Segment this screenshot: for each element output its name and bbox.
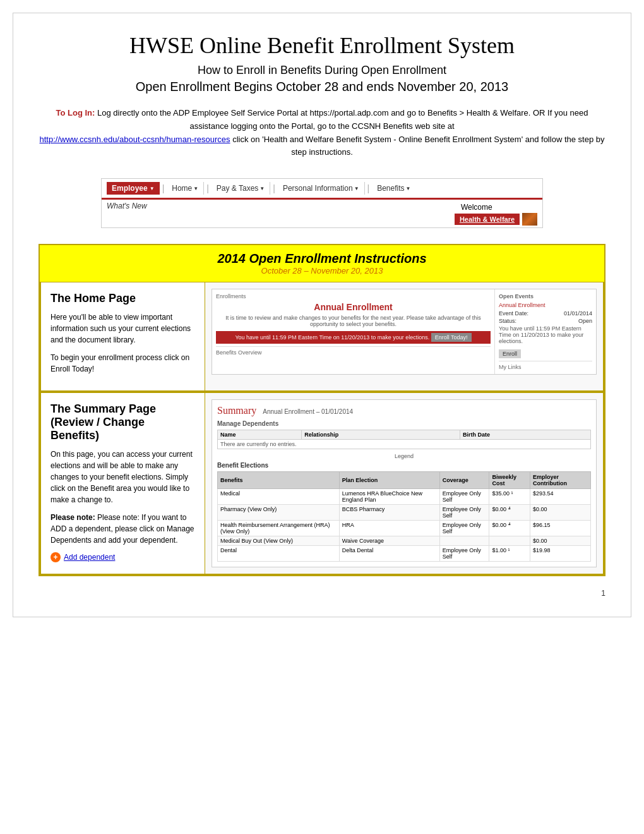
table-row: There are currently no entries. (218, 440, 591, 449)
employee-dropdown[interactable]: Employee (107, 182, 160, 195)
employer-col-header: Employer Contribution (530, 472, 591, 489)
benefit-coverage: Employee Only Self (439, 521, 489, 536)
home-desc1: Here you'll be able to view important in… (51, 311, 195, 346)
home-left-col: The Home Page Here you'll be able to vie… (41, 282, 205, 390)
dep-rel-col: Relationship (302, 430, 460, 440)
nav-right-float: Welcome Health & Welfare (455, 202, 537, 226)
nav-bottom-row: What's New Welcome Health & Welfare (102, 200, 542, 227)
summary-left-col: The Summary Page (Review / Change Benefi… (41, 393, 205, 574)
my-links-label: My Links (499, 361, 592, 370)
nav-screenshot: Employee | Home | Pay & Taxes | Personal… (101, 178, 543, 228)
summary-desc1: On this page, you can access your curren… (51, 449, 195, 505)
home-ss-right: Open Events Annual Enrollment Event Date… (495, 289, 596, 374)
benefit-name: Dental (218, 546, 340, 562)
benefit-biweekly: $0.00 ⁴ (489, 521, 530, 536)
home-desc2: To begin your enrollment process click o… (51, 352, 195, 375)
page-wrapper: HWSE Online Benefit Enrollment System Ho… (13, 13, 631, 617)
enroll-btn[interactable]: Enroll (499, 349, 521, 358)
ccsnh-link[interactable]: http://www.ccsnh.edu/about-ccsnh/human-r… (40, 135, 230, 144)
add-dependent-link[interactable]: Add dependent (64, 553, 115, 562)
enroll-today-btn[interactable]: Enroll Today! (431, 333, 472, 342)
annual-title: Annual Enrollment (216, 302, 491, 312)
intro-text-1: Log directly onto the ADP Employee Self … (97, 108, 588, 131)
benefit-employer: $0.00 (530, 536, 591, 546)
personal-info-dropdown[interactable]: Personal Information (278, 182, 365, 195)
dep-empty-msg: There are currently no entries. (218, 440, 591, 449)
login-label: To Log In: (56, 108, 95, 118)
summary-screenshot: Summary Annual Enrollment – 01/01/2014 M… (212, 399, 597, 567)
add-icon: + (51, 552, 61, 562)
dependents-table: Name Relationship Birth Date There are c… (217, 430, 591, 449)
instruction-box: 2014 Open Enrollment Instructions Octobe… (39, 244, 605, 576)
whats-new-label: What's New (107, 202, 147, 210)
instruction-dates: October 28 – November 20, 2013 (46, 266, 598, 275)
benefit-biweekly: $1.00 ¹ (489, 546, 530, 562)
summary-desc2: Please note: Please note: If you want to… (51, 512, 195, 546)
benefit-coverage: Employee Only Self (439, 546, 489, 562)
summary-section-title: The Summary Page (Review / Change Benefi… (51, 402, 195, 442)
biweekly-col-header: Biweekly Cost (489, 472, 530, 489)
table-row[interactable]: Health Reimbursement Arrangement (HRA) (… (218, 521, 591, 536)
annual-text: It is time to review and make changes to… (216, 315, 491, 327)
annual-label: Annual Enrollment – 01/01/2014 (263, 408, 353, 415)
benefit-employer: $96.15 (530, 521, 591, 536)
pay-taxes-dropdown[interactable]: Pay & Taxes (212, 182, 270, 195)
coverage-col-header: Coverage (439, 472, 489, 489)
red-bar-text: You have until 11:59 PM Eastern Time on … (216, 331, 491, 344)
table-row[interactable]: Dental Delta Dental Employee Only Self $… (218, 546, 591, 562)
intro-section: To Log In: Log directly onto the ADP Emp… (39, 107, 605, 159)
benefit-name: Medical Buy Out (View Only) (218, 536, 340, 546)
intro-text-2: click on 'Health and Welfare Benefit Sys… (232, 135, 604, 157)
summary-header: Summary Annual Enrollment – 01/01/2014 (217, 405, 591, 416)
health-welfare-btn[interactable]: Health & Welfare (455, 214, 520, 225)
subtitle2: Open Enrollment Begins October 28 and en… (39, 80, 605, 94)
welcome-label: Welcome (455, 202, 537, 213)
home-dropdown[interactable]: Home (167, 182, 204, 195)
benefit-employer: $19.98 (530, 546, 591, 562)
summary-section: The Summary Page (Review / Change Benefi… (40, 392, 604, 575)
benefits-dropdown[interactable]: Benefits (372, 182, 415, 195)
dep-name-col: Name (218, 430, 302, 440)
home-ss-left: Enrollments Annual Enrollment It is time… (212, 289, 495, 374)
benefit-name: Medical (218, 489, 340, 505)
instruction-title: 2014 Open Enrollment Instructions (46, 251, 598, 266)
home-ss-inner: Enrollments Annual Enrollment It is time… (212, 289, 596, 374)
home-right-col: Enrollments Annual Enrollment It is time… (205, 282, 603, 390)
benefit-name: Health Reimbursement Arrangement (HRA) (… (218, 521, 340, 536)
benefit-biweekly (489, 536, 530, 546)
subtitle1: How to Enroll in Benefits During Open En… (39, 64, 605, 77)
benefit-coverage: Employee Only Self (439, 505, 489, 521)
nav-top-row: Employee | Home | Pay & Taxes | Personal… (102, 179, 542, 200)
benefit-employer: $293.54 (530, 489, 591, 505)
page-number: 1 (39, 589, 605, 598)
legend-label: Legend (217, 453, 591, 459)
benefit-elections-table: Benefits Plan Election Coverage Biweekly… (217, 471, 591, 562)
table-header-row: Benefits Plan Election Coverage Biweekly… (218, 472, 591, 489)
event-date-label: Event Date: (499, 310, 528, 317)
benefit-plan: Delta Dental (339, 546, 439, 562)
open-events-label: Open Events (499, 293, 592, 299)
benefit-employer: $0.00 (530, 505, 591, 521)
add-dependent-container[interactable]: + Add dependent (51, 552, 195, 562)
nav-decoration-icon (522, 213, 537, 226)
benefit-elections-label: Benefit Elections (217, 462, 591, 469)
benefit-biweekly: $0.00 ⁴ (489, 505, 530, 521)
benefit-plan: Waive Coverage (339, 536, 439, 546)
benefit-name: Pharmacy (View Only) (218, 505, 340, 521)
benefits-col-header: Benefits (218, 472, 340, 489)
benefit-biweekly: $35.00 ¹ (489, 489, 530, 505)
dep-birth-col: Birth Date (460, 430, 591, 440)
event-date-value: 01/01/2014 (564, 310, 592, 317)
home-section-title: The Home Page (51, 292, 195, 305)
health-welfare-dropdown[interactable]: Health & Welfare (455, 213, 537, 226)
main-title: HWSE Online Benefit Enrollment System (39, 32, 605, 59)
benefit-coverage: Employee Only Self (439, 489, 489, 505)
table-row[interactable]: Pharmacy (View Only) BCBS Pharmacy Emplo… (218, 505, 591, 521)
table-row[interactable]: Medical Lumenos HRA BlueChoice New Engla… (218, 489, 591, 505)
status-label: Status: (499, 318, 516, 324)
table-row[interactable]: Medical Buy Out (View Only) Waive Covera… (218, 536, 591, 546)
home-screenshot: Enrollments Annual Enrollment It is time… (212, 289, 597, 375)
benefit-plan: BCBS Pharmacy (339, 505, 439, 521)
manage-dependents-label[interactable]: Manage Dependents (217, 420, 591, 427)
benefit-plan: Lumenos HRA BlueChoice New England Plan (339, 489, 439, 505)
